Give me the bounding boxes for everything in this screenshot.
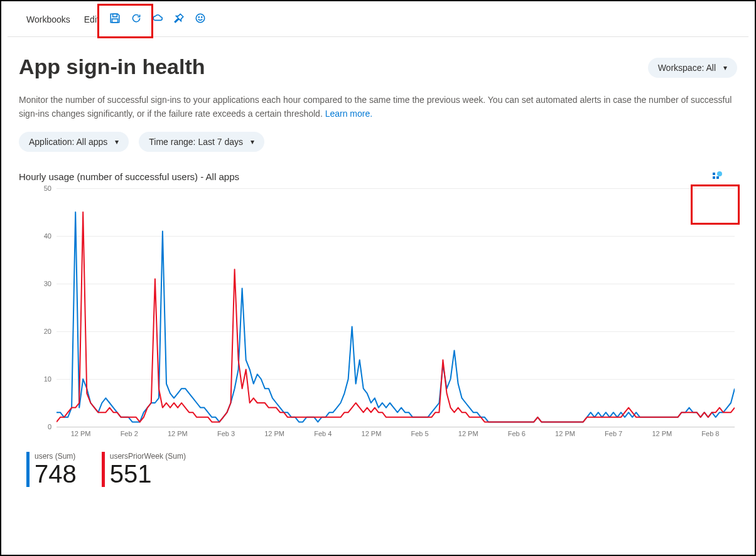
y-tick: 30 [44, 280, 51, 287]
learn-more-link[interactable]: Learn more. [325, 109, 372, 119]
svg-rect-2 [112, 19, 117, 23]
svg-rect-6 [713, 176, 715, 179]
metric-users-label: users (Sum) [35, 452, 77, 461]
x-tick: 12 PM [168, 430, 188, 437]
metric-prior-week: usersPriorWeek (Sum) 551 [102, 452, 186, 487]
logs-icon [711, 171, 723, 185]
x-tick: 12 PM [458, 430, 478, 437]
x-tick: 12 PM [555, 430, 575, 437]
feedback-button[interactable] [191, 10, 210, 29]
application-filter-pill[interactable]: Application: All apps ▾ [19, 132, 129, 152]
chart-title: Hourly usage (number of successful users… [19, 171, 239, 186]
metric-prior-color [102, 452, 105, 487]
chevron-down-icon: ▾ [723, 63, 727, 72]
y-tick: 0 [48, 423, 51, 430]
y-tick: 10 [44, 375, 51, 383]
save-icon [109, 13, 121, 26]
x-tick: 12 PM [264, 430, 284, 437]
time-range-filter-pill[interactable]: Time range: Last 7 days ▾ [139, 132, 264, 152]
pin-button[interactable] [170, 10, 188, 29]
metric-users-color [26, 452, 30, 487]
series-userspriorweek-(sum) [57, 212, 735, 422]
svg-rect-7 [716, 176, 719, 179]
chevron-down-icon: ▾ [251, 137, 254, 146]
edit-button-label: Edit [84, 14, 99, 24]
y-tick: 20 [44, 328, 51, 335]
chart-metrics: users (Sum) 748 usersPriorWeek (Sum) 551 [26, 452, 737, 487]
description-text: Monitor the number of successful sign-in… [19, 93, 735, 120]
metric-prior-value: 551 [110, 461, 186, 487]
toolbar: Workbooks Edit [1, 1, 755, 36]
x-tick: 12 PM [652, 430, 672, 437]
workspace-filter-label: Workspace: All [658, 63, 716, 73]
time-range-filter-label: Time range: Last 7 days [149, 137, 243, 147]
line-chart[interactable]: 01020304050 12 PMFeb 212 PMFeb 312 PMFeb… [19, 188, 735, 427]
edit-button[interactable]: Edit [77, 11, 103, 28]
pin-icon [173, 13, 185, 26]
workbooks-button[interactable]: Workbooks [18, 11, 74, 28]
x-tick: Feb 8 [701, 430, 719, 437]
x-tick: Feb 6 [508, 430, 526, 437]
x-tick: Feb 7 [605, 430, 622, 437]
chart-y-axis: 01020304050 [19, 188, 57, 427]
page-title: App sign-in health [19, 55, 205, 79]
svg-point-9 [717, 171, 722, 176]
save-button[interactable] [105, 10, 124, 29]
workspace-filter-pill[interactable]: Workspace: All ▾ [648, 58, 737, 78]
chart-plot-area [57, 188, 735, 427]
smile-icon [195, 13, 206, 26]
x-tick: Feb 5 [411, 430, 428, 437]
open-logs-button[interactable] [708, 169, 726, 187]
svg-point-5 [202, 17, 202, 18]
y-tick: 50 [44, 184, 51, 192]
svg-rect-8 [713, 173, 715, 175]
metric-prior-label: usersPriorWeek (Sum) [110, 452, 186, 461]
chevron-down-icon: ▾ [115, 137, 119, 146]
alert-button[interactable] [148, 10, 167, 29]
y-tick: 40 [44, 232, 51, 240]
x-tick: 12 PM [362, 430, 382, 437]
refresh-icon [131, 13, 142, 26]
metric-users-value: 748 [35, 461, 77, 487]
svg-rect-1 [113, 14, 117, 17]
series-users-(sum) [57, 212, 735, 422]
x-tick: Feb 2 [121, 430, 138, 437]
x-tick: 12 PM [71, 430, 91, 437]
svg-point-4 [198, 17, 199, 18]
refresh-button[interactable] [127, 10, 146, 29]
workbooks-button-label: Workbooks [26, 14, 70, 24]
svg-point-3 [196, 14, 205, 23]
application-filter-label: Application: All apps [29, 137, 107, 147]
x-tick: Feb 4 [314, 430, 332, 437]
metric-users: users (Sum) 748 [26, 452, 77, 487]
x-tick: Feb 3 [217, 430, 235, 437]
cloud-icon [152, 13, 163, 26]
description-body: Monitor the number of successful sign-in… [19, 95, 732, 119]
